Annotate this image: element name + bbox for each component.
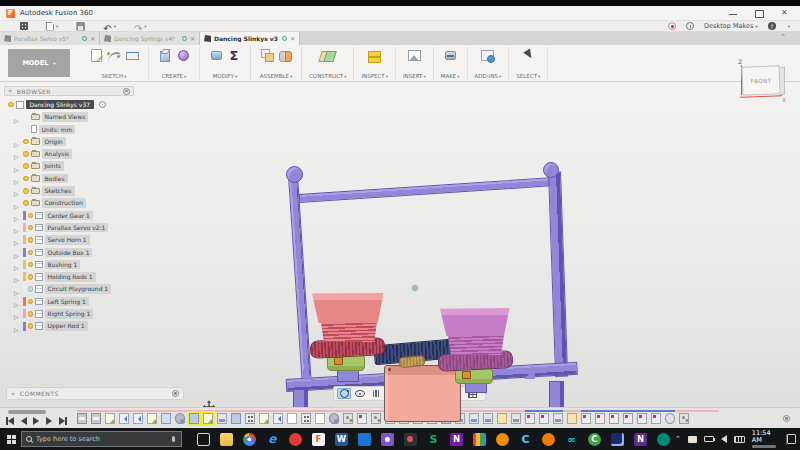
toolbar-group-label[interactable]: INSERT bbox=[403, 73, 426, 79]
timeline-feature-icon[interactable] bbox=[553, 413, 563, 424]
plane-icon[interactable] bbox=[320, 48, 335, 63]
pan-tool-icon[interactable] bbox=[369, 388, 383, 399]
camtasia-icon[interactable]: C bbox=[583, 428, 606, 450]
browser-item[interactable]: Units: mm bbox=[14, 124, 134, 134]
browser-item[interactable]: Upper Rod 1 bbox=[14, 321, 134, 331]
view-cube[interactable]: Z FRONT X bbox=[728, 58, 786, 118]
timeline-feature-icon[interactable] bbox=[175, 413, 185, 424]
browser-item[interactable]: Left Spring 1 bbox=[14, 296, 134, 306]
visibility-bulb-icon[interactable] bbox=[23, 151, 29, 157]
timeline-feature-icon[interactable] bbox=[119, 413, 129, 424]
visibility-bulb-icon[interactable] bbox=[28, 274, 34, 280]
person-app-icon[interactable] bbox=[399, 428, 422, 450]
left-spring-coils[interactable] bbox=[319, 321, 379, 342]
left-bushing[interactable] bbox=[327, 354, 365, 371]
frame-left-brace[interactable] bbox=[303, 369, 314, 380]
step-forward-button[interactable] bbox=[45, 416, 54, 426]
toolbar-group-label[interactable]: SKETCH bbox=[102, 73, 127, 79]
word-icon[interactable]: W bbox=[330, 428, 353, 450]
timeline-feature-icon[interactable] bbox=[231, 413, 241, 424]
play-button[interactable] bbox=[32, 416, 41, 426]
tray-chevron-icon[interactable]: ⌃ bbox=[675, 435, 681, 443]
browser-item[interactable]: Outside Box 1 bbox=[14, 247, 134, 257]
browser-item[interactable]: Servo Horn 1 bbox=[14, 235, 134, 245]
close-tab-icon[interactable] bbox=[190, 35, 195, 42]
office-icon[interactable] bbox=[468, 428, 491, 450]
timeline-feature-icon[interactable] bbox=[315, 413, 325, 424]
document-tab[interactable]: Parallax Servo v5* bbox=[0, 32, 100, 45]
help-icon[interactable]: ? bbox=[768, 22, 776, 30]
timeline-feature-icon[interactable] bbox=[469, 413, 479, 424]
browser-header[interactable]: BROWSER bbox=[4, 86, 134, 96]
timeline-feature-icon[interactable] bbox=[651, 413, 661, 424]
timeline-zoom-slider[interactable] bbox=[8, 410, 46, 414]
history-clock-icon[interactable] bbox=[686, 22, 694, 30]
timeline-feature-icon[interactable] bbox=[441, 413, 451, 424]
browser-item[interactable]: Joints bbox=[14, 161, 134, 171]
right-gear[interactable] bbox=[438, 350, 514, 372]
timeline-settings-gear-icon[interactable] bbox=[783, 415, 790, 422]
browser-item[interactable]: Analysis bbox=[14, 149, 134, 159]
timeline-feature-icon[interactable] bbox=[385, 413, 395, 424]
go-to-start-button[interactable] bbox=[6, 416, 15, 426]
comments-panel[interactable]: COMMENTS bbox=[6, 387, 184, 400]
activate-component-radio[interactable] bbox=[99, 101, 106, 108]
expand-arrow-icon[interactable] bbox=[14, 317, 21, 336]
press-pull-icon[interactable] bbox=[209, 48, 224, 63]
timeline-feature-icon[interactable] bbox=[245, 413, 255, 424]
visibility-bulb-icon[interactable] bbox=[28, 262, 34, 268]
timeline-feature-icon[interactable] bbox=[259, 413, 269, 424]
left-hub[interactable] bbox=[334, 357, 343, 365]
sheets-app-icon[interactable]: S bbox=[422, 428, 445, 450]
browser-item[interactable]: Construction bbox=[14, 198, 134, 208]
account-menu[interactable]: Desktop Makes▾ bbox=[704, 22, 758, 30]
toolbar-group-label[interactable]: CONSTRUCT bbox=[309, 73, 346, 79]
visibility-bulb-icon[interactable] bbox=[28, 225, 34, 231]
timeline-feature-icon[interactable] bbox=[623, 413, 633, 424]
layout-grid-icon[interactable] bbox=[446, 388, 463, 399]
left-gear[interactable] bbox=[310, 337, 386, 359]
document-tab[interactable]: Dancing Springs v4* bbox=[100, 32, 200, 45]
action-center-icon[interactable] bbox=[786, 434, 796, 445]
scripts-icon[interactable] bbox=[480, 48, 495, 63]
teal-app-icon[interactable] bbox=[652, 428, 675, 450]
visibility-bulb-icon[interactable] bbox=[28, 250, 34, 256]
timeline-feature-icon[interactable] bbox=[203, 413, 213, 424]
c-app-icon[interactable]: C bbox=[514, 428, 537, 450]
viewport[interactable]: BROWSER Dancing Slinkys v37 Named Views bbox=[0, 82, 800, 407]
browser-item[interactable]: Holding Rods 1 bbox=[14, 272, 134, 282]
frame-right-post[interactable] bbox=[548, 172, 568, 377]
close-tab-icon[interactable] bbox=[90, 35, 95, 42]
timeline-feature-icon[interactable] bbox=[567, 413, 577, 424]
blue-app-icon[interactable] bbox=[353, 428, 376, 450]
timeline-feature-icon[interactable] bbox=[189, 413, 199, 424]
navbar-divider[interactable] bbox=[422, 389, 423, 398]
stats-app-icon[interactable] bbox=[606, 428, 629, 450]
timeline-feature-icon[interactable] bbox=[161, 413, 171, 424]
visibility-bulb-icon[interactable] bbox=[28, 323, 34, 329]
timeline-feature-icon[interactable] bbox=[133, 413, 143, 424]
microphone-icon[interactable] bbox=[172, 436, 175, 442]
toolbar-group-label[interactable]: MAKE bbox=[441, 73, 460, 79]
step-back-button[interactable] bbox=[19, 416, 28, 426]
timeline-feature-icon[interactable] bbox=[105, 413, 115, 424]
frame-left-post[interactable] bbox=[288, 175, 312, 387]
close-button[interactable] bbox=[780, 9, 790, 18]
spline-icon[interactable] bbox=[107, 48, 122, 63]
zoom-tool-icon[interactable] bbox=[385, 388, 399, 399]
tray-folder-icon[interactable] bbox=[688, 436, 697, 443]
volume-icon[interactable] bbox=[721, 435, 727, 443]
browser-item[interactable]: Center Gear 1 bbox=[14, 210, 134, 220]
visibility-bulb-icon[interactable] bbox=[28, 311, 34, 317]
save-button[interactable] bbox=[76, 22, 85, 31]
photos-icon[interactable] bbox=[376, 428, 399, 450]
record-icon[interactable] bbox=[668, 22, 676, 30]
timeline-feature-icon[interactable] bbox=[273, 413, 283, 424]
timeline-feature-icon[interactable] bbox=[525, 413, 535, 424]
alert-app-icon[interactable] bbox=[491, 428, 514, 450]
visibility-bulb-icon[interactable] bbox=[23, 188, 29, 194]
gear-icon[interactable] bbox=[172, 390, 179, 397]
onenote-icon[interactable]: N bbox=[445, 428, 468, 450]
maximize-button[interactable] bbox=[754, 9, 764, 18]
fit-tool-icon[interactable] bbox=[401, 388, 418, 399]
